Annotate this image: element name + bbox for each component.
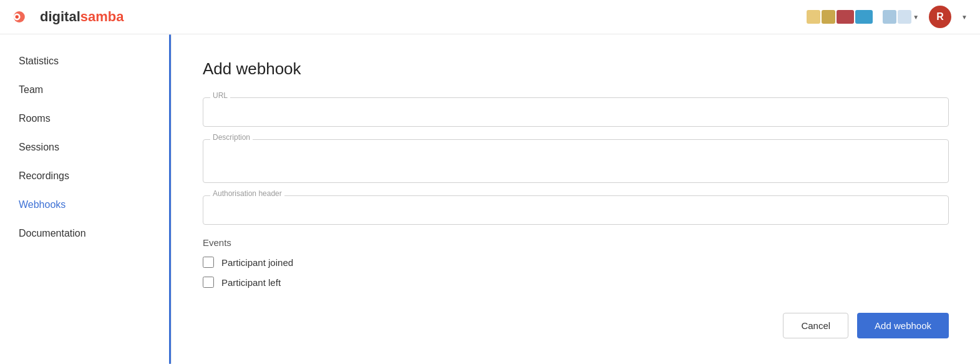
- avatar[interactable]: R: [929, 6, 951, 28]
- color-swatches-2: ▼: [883, 10, 919, 24]
- sidebar-item-statistics[interactable]: Statistics: [0, 47, 171, 76]
- swatches-dropdown-arrow[interactable]: ▼: [913, 14, 919, 21]
- description-label: Description: [210, 133, 253, 142]
- description-input[interactable]: [203, 139, 949, 183]
- events-label: Events: [203, 237, 949, 248]
- logo-text: digitalsamba: [40, 9, 124, 25]
- description-field-group: Description: [203, 139, 949, 183]
- auth-label: Authorisation header: [210, 189, 284, 198]
- avatar-caret[interactable]: ▼: [961, 14, 968, 21]
- swatch-6[interactable]: [898, 10, 911, 24]
- events-section: Events Participant joined Participant le…: [203, 237, 949, 288]
- sidebar-active-indicator: [169, 34, 171, 364]
- svg-point-2: [16, 15, 19, 18]
- sidebar-item-documentation[interactable]: Documentation: [0, 219, 171, 248]
- participant-joined-label[interactable]: Participant joined: [221, 257, 293, 268]
- swatch-1[interactable]: [807, 10, 820, 24]
- logo: digitalsamba: [12, 8, 124, 26]
- page-title: Add webhook: [203, 59, 949, 79]
- participant-joined-group: Participant joined: [203, 257, 949, 268]
- layout: Statistics Team Rooms Sessions Recording…: [0, 34, 980, 364]
- add-webhook-button[interactable]: Add webhook: [857, 313, 949, 338]
- url-input[interactable]: [203, 97, 949, 127]
- sidebar-item-sessions[interactable]: Sessions: [0, 133, 171, 162]
- participant-left-label[interactable]: Participant left: [221, 277, 281, 288]
- swatch-4[interactable]: [855, 10, 873, 24]
- logo-icon: [12, 8, 35, 26]
- swatch-2[interactable]: [822, 10, 835, 24]
- swatch-5[interactable]: [883, 10, 896, 24]
- sidebar-item-team[interactable]: Team: [0, 76, 171, 104]
- header: digitalsamba ▼ R ▼: [0, 0, 980, 34]
- participant-joined-checkbox[interactable]: [203, 257, 214, 268]
- color-swatches: [807, 10, 873, 24]
- header-right: ▼ R ▼: [807, 6, 968, 28]
- sidebar-item-webhooks[interactable]: Webhooks: [0, 190, 171, 219]
- sidebar-item-recordings[interactable]: Recordings: [0, 162, 171, 190]
- cancel-button[interactable]: Cancel: [783, 313, 848, 338]
- main-content: Add webhook URL Description Authorisatio…: [172, 34, 980, 364]
- auth-field-group: Authorisation header: [203, 195, 949, 225]
- url-field-group: URL: [203, 97, 949, 127]
- auth-input[interactable]: [203, 195, 949, 225]
- participant-left-checkbox[interactable]: [203, 277, 214, 288]
- sidebar-item-rooms[interactable]: Rooms: [0, 104, 171, 133]
- form-actions: Cancel Add webhook: [203, 313, 949, 338]
- sidebar: Statistics Team Rooms Sessions Recording…: [0, 34, 172, 364]
- swatch-3[interactable]: [837, 10, 854, 24]
- participant-left-group: Participant left: [203, 277, 949, 288]
- url-label: URL: [210, 91, 230, 100]
